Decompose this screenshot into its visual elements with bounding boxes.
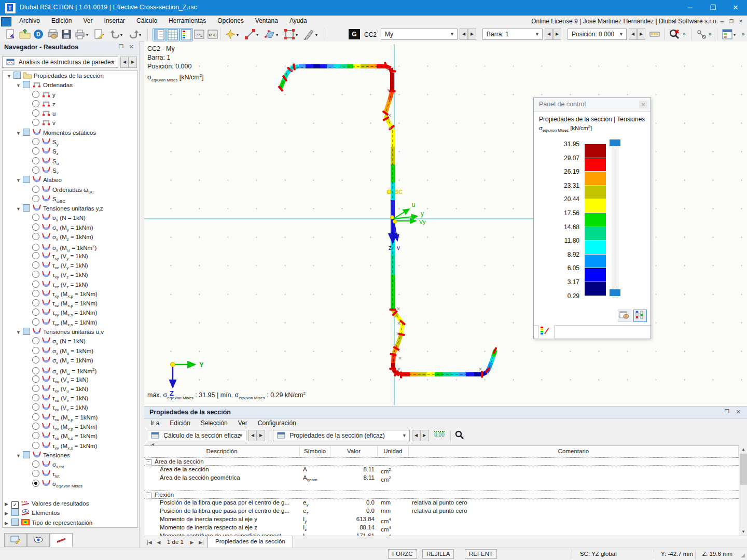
tree-radio[interactable] xyxy=(32,271,39,278)
tree-result-item[interactable]: σx (N = 1kN) xyxy=(3,337,137,346)
new-file-icon[interactable] xyxy=(4,28,17,40)
undo-menu-caret[interactable]: ▾ xyxy=(120,33,125,37)
tree-root-item[interactable]: ▶Tipo de representación xyxy=(3,518,137,527)
next-table-button[interactable]: ▶ xyxy=(257,430,265,441)
expander-icon[interactable]: ▶ xyxy=(5,509,11,518)
tree-result-item[interactable]: σx (My = 1kNm) xyxy=(3,223,137,232)
prev-page-button[interactable]: ◀ xyxy=(155,538,163,547)
tab-data-navigator[interactable] xyxy=(4,533,27,547)
tree-radio[interactable] xyxy=(32,394,39,401)
tree-result-item[interactable]: τtot xyxy=(3,469,137,479)
expander-icon[interactable]: ▼ xyxy=(16,129,23,138)
tree-checkbox[interactable] xyxy=(13,72,21,79)
undo-icon[interactable] xyxy=(109,28,121,40)
props-menu-seleccin[interactable]: Selección xyxy=(196,418,233,428)
scroll-up-icon[interactable]: ▲ xyxy=(740,445,747,453)
console-icon[interactable]: >>_ xyxy=(193,28,205,40)
rectangle-tool-caret[interactable]: ▾ xyxy=(296,33,300,37)
tree-result-item[interactable]: τxv (Vv = 1kN) xyxy=(3,403,137,412)
tree-result-item[interactable]: τxu (Mx,s = 1kNm) xyxy=(3,431,137,441)
float-icon[interactable]: ❐ xyxy=(725,409,729,414)
table-row[interactable]: Posición de la fibra que pasa por el cen… xyxy=(144,499,739,507)
tree-checkbox[interactable] xyxy=(23,81,30,88)
tree-result-item[interactable]: σx,tot xyxy=(3,460,137,469)
tree-checkbox[interactable]: ✓ xyxy=(11,501,19,509)
tree-radio[interactable] xyxy=(32,460,39,468)
menu-herramientas[interactable]: Herramientas xyxy=(163,16,212,26)
table-group-select[interactable]: Cálculo de la sección eficaz d... ▼ xyxy=(147,430,246,441)
expander-icon[interactable]: ▶ xyxy=(5,499,11,509)
tree-radio[interactable] xyxy=(32,119,39,126)
tab-display-navigator[interactable] xyxy=(27,533,50,547)
tree-radio[interactable] xyxy=(32,413,39,421)
tree-radio[interactable] xyxy=(32,109,39,117)
tree-result-item[interactable]: σx (N = 1kN) xyxy=(3,213,137,222)
tree-radio[interactable] xyxy=(32,214,39,221)
line-tool-caret[interactable]: ▾ xyxy=(256,33,260,37)
tree-radio[interactable] xyxy=(32,147,39,155)
tree-radio[interactable] xyxy=(32,252,39,259)
tree-radio[interactable] xyxy=(32,233,39,240)
tree-root-item[interactable]: ▶Elementos xyxy=(3,508,137,517)
edit-template-icon[interactable] xyxy=(92,28,105,40)
tree-result-item[interactable]: τxz (Mx,s = 1kNm) xyxy=(3,318,137,327)
graphics-canvas[interactable]: ××××××××××× SC u y Vy z v xyxy=(144,41,747,406)
prev-position-button[interactable]: ◀ xyxy=(629,29,637,40)
expander-icon[interactable]: ▼ xyxy=(7,72,13,81)
toggle-panel-icon[interactable] xyxy=(179,28,193,41)
tree-result-item[interactable]: Ordenadas ωSC xyxy=(3,185,137,194)
tree-radio[interactable] xyxy=(32,432,39,439)
props-menu-ver[interactable]: Ver xyxy=(233,418,253,428)
tree-result-item[interactable]: τxy (Vy = 1kN) xyxy=(3,251,137,261)
status-toggle-forzc[interactable]: FORZC xyxy=(388,549,417,559)
snap-icon[interactable] xyxy=(695,28,708,40)
tree-radio[interactable] xyxy=(32,157,39,164)
props-menu-configuracin[interactable]: Configuración xyxy=(253,418,301,428)
tree-result-item[interactable]: Sz xyxy=(3,147,137,156)
scroll-down-icon[interactable]: ▼ xyxy=(740,528,747,536)
table-group-row[interactable]: −Flexión xyxy=(144,491,739,499)
tree-result-item[interactable]: τxv (Vu = 1kN) xyxy=(3,384,137,394)
tree-result-item[interactable]: z xyxy=(3,100,137,109)
expander-icon[interactable]: ▶ xyxy=(5,519,11,528)
tree-radio[interactable] xyxy=(32,100,39,107)
scrollbar-thumb[interactable] xyxy=(740,454,747,485)
tree-radio[interactable] xyxy=(32,337,39,344)
status-toggle-rejilla[interactable]: REJILLA xyxy=(422,549,454,559)
collapse-icon[interactable]: − xyxy=(146,459,151,465)
dlubal-model-icon[interactable]: D xyxy=(32,28,45,40)
column-header[interactable]: Valor xyxy=(330,446,378,457)
tree-root-item[interactable]: ▶✓x.xxValores de resultados xyxy=(3,499,137,508)
tree-checkbox[interactable] xyxy=(11,509,19,516)
tree-radio[interactable] xyxy=(32,347,39,354)
tree-radio[interactable] xyxy=(32,166,39,174)
tree-radio[interactable] xyxy=(32,223,39,231)
float-icon[interactable]: ❐ xyxy=(119,44,123,49)
tree-group[interactable]: ▼Tensiones xyxy=(3,451,137,460)
tree-result-item[interactable]: v xyxy=(3,118,137,128)
next-position-button[interactable]: ▶ xyxy=(637,29,645,40)
tree-result-item[interactable]: τxz (Vy = 1kN) xyxy=(3,261,137,270)
close-icon[interactable]: ✕ xyxy=(736,409,741,415)
tree-checkbox[interactable] xyxy=(23,451,30,458)
tree-result-item[interactable]: σx (Mu = 1kNm) xyxy=(3,346,137,356)
tree-radio[interactable] xyxy=(32,356,39,363)
column-header[interactable]: Símbolo xyxy=(300,446,330,457)
panel-options-button[interactable] xyxy=(618,310,631,322)
print-icon[interactable] xyxy=(74,28,86,40)
menu-edicin[interactable]: Edición xyxy=(46,16,77,26)
more-display-chevron[interactable]: » xyxy=(742,31,745,37)
tree-radio[interactable] xyxy=(32,480,39,487)
close-icon[interactable]: ✕ xyxy=(639,101,647,108)
expander-icon[interactable]: ▼ xyxy=(16,176,23,185)
tree-result-item[interactable]: τxv (Mx,s = 1kNm) xyxy=(3,441,137,451)
tree-radio[interactable] xyxy=(32,244,39,251)
tree-result-item[interactable]: τxu (Mx,p = 1kNm) xyxy=(3,413,137,422)
tree-result-item[interactable]: y xyxy=(3,90,137,100)
control-panel-header[interactable]: Panel de control ✕ xyxy=(534,98,651,112)
column-header[interactable]: Unidad xyxy=(378,446,409,457)
tree-result-item[interactable]: SωSC xyxy=(3,194,137,204)
tree-radio[interactable] xyxy=(32,309,39,316)
tree-result-item[interactable]: u xyxy=(3,109,137,118)
table-row[interactable]: Momento de inercia respecto al eje yIy61… xyxy=(144,515,739,524)
